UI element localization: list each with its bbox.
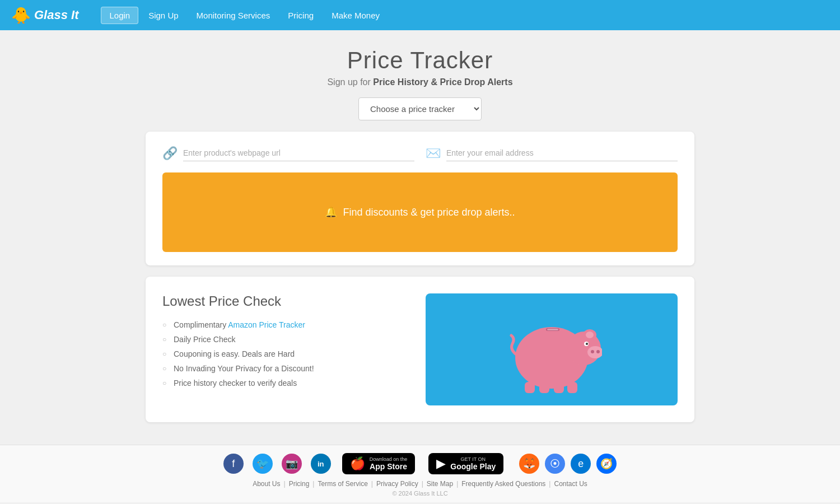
footer-social-row: f 🐦 📷 in 🍎 Download on the App Store ▶ G…	[11, 453, 829, 474]
page-title: Price Tracker	[146, 47, 694, 74]
url-field: 🔗	[162, 145, 414, 161]
bell-icon: 🔔	[325, 206, 337, 218]
feature-item-2: Daily Price Check	[162, 335, 414, 344]
chrome-icon[interactable]: ⦿	[545, 454, 565, 474]
google-play-name: Google Play	[450, 462, 496, 471]
app-store-sub: Download on the	[370, 456, 408, 462]
nav-link-signup[interactable]: Sign Up	[141, 7, 186, 24]
twitter-icon[interactable]: 🐦	[253, 454, 273, 474]
navbar: 🐥 Glass It LoginSign UpMonitoring Servic…	[0, 0, 840, 30]
footer-link-privacy[interactable]: Privacy Policy	[373, 480, 422, 488]
google-play-button[interactable]: ▶ GET IT ON Google Play	[428, 453, 503, 474]
features-right-image	[426, 293, 678, 405]
url-input[interactable]	[183, 145, 414, 161]
svg-rect-10	[525, 382, 535, 393]
logo[interactable]: 🐥 Glass It	[11, 6, 78, 25]
footer-link-sitemap[interactable]: Site Map	[423, 480, 456, 488]
features-list: Complimentary Amazon Price Tracker Daily…	[162, 320, 414, 388]
email-icon: ✉️	[426, 146, 441, 161]
feature-item-3: Couponing is easy. Deals are Hard	[162, 349, 414, 358]
email-input[interactable]	[446, 145, 678, 161]
form-section: 🔗 ✉️ 🔔 Find discounts & get price drop a…	[146, 132, 694, 265]
footer-links: About Us| Pricing| Terms of Service| Pri…	[11, 480, 829, 488]
nav-link-login[interactable]: Login	[101, 7, 138, 24]
apple-icon: 🍎	[350, 456, 365, 471]
main-content: Price Tracker Sign up for Price History …	[134, 30, 706, 445]
email-field: ✉️	[426, 145, 678, 161]
footer-copyright: © 2024 Glass It LLC	[11, 490, 829, 497]
logo-text: Glass It	[34, 8, 78, 22]
orange-banner: 🔔 Find discounts & get price drop alerts…	[162, 172, 678, 252]
subtitle-bold: Price History & Price Drop Alerts	[373, 77, 512, 87]
hero-section: Price Tracker Sign up for Price History …	[146, 47, 694, 120]
firefox-icon[interactable]: 🦊	[519, 454, 539, 474]
instagram-icon[interactable]: 📷	[282, 454, 302, 474]
subtitle-start: Sign up for	[327, 77, 373, 87]
footer-link-terms[interactable]: Terms of Service	[314, 480, 371, 488]
edge-icon[interactable]: e	[571, 454, 591, 474]
facebook-icon[interactable]: f	[223, 454, 244, 474]
browser-icons: 🦊 ⦿ e 🧭	[519, 454, 617, 474]
link-icon: 🔗	[162, 146, 178, 161]
features-section: Lowest Price Check Complimentary Amazon …	[146, 277, 694, 422]
feature-item-1: Complimentary Amazon Price Tracker	[162, 320, 414, 329]
nav-link-monitoring[interactable]: Monitoring Services	[189, 7, 278, 24]
app-store-name: App Store	[370, 462, 408, 471]
svg-rect-14	[547, 329, 558, 330]
safari-icon[interactable]: 🧭	[596, 454, 617, 474]
svg-point-3	[586, 332, 594, 338]
piggy-bank-illustration	[501, 305, 602, 394]
footer: f 🐦 📷 in 🍎 Download on the App Store ▶ G…	[0, 445, 840, 502]
footer-link-pricing[interactable]: Pricing	[286, 480, 313, 488]
feature-item-4: No Invading Your Privacy for a Discount!	[162, 364, 414, 373]
svg-point-6	[596, 350, 600, 353]
nav-link-make-money[interactable]: Make Money	[324, 7, 388, 24]
features-left: Lowest Price Check Complimentary Amazon …	[162, 293, 426, 405]
svg-point-8	[586, 343, 588, 345]
app-store-button[interactable]: 🍎 Download on the App Store	[342, 453, 416, 474]
banner-text: 🔔 Find discounts & get price drop alerts…	[174, 206, 666, 218]
svg-rect-13	[567, 382, 577, 393]
footer-link-contact[interactable]: Contact Us	[550, 480, 590, 488]
svg-rect-12	[554, 383, 564, 393]
svg-point-5	[591, 350, 594, 353]
linkedin-icon[interactable]: in	[311, 454, 331, 474]
hero-subtitle: Sign up for Price History & Price Drop A…	[146, 77, 694, 87]
nav-links: LoginSign UpMonitoring ServicesPricingMa…	[101, 7, 388, 24]
footer-link-about[interactable]: About Us	[249, 480, 283, 488]
features-title: Lowest Price Check	[162, 293, 414, 309]
duck-icon: 🐥	[11, 6, 31, 25]
nav-link-pricing[interactable]: Pricing	[280, 7, 321, 24]
feature-item-5: Price history checker to verify deals	[162, 379, 414, 388]
svg-rect-11	[539, 383, 549, 393]
price-tracker-select[interactable]: Choose a price tracker Amazon eBay Walma…	[358, 97, 482, 120]
form-row: 🔗 ✉️	[162, 145, 678, 161]
amazon-tracker-link[interactable]: Amazon Price Tracker	[228, 320, 305, 329]
google-play-icon: ▶	[436, 456, 446, 471]
footer-link-faq[interactable]: Frequently Asked Questions	[458, 480, 549, 488]
google-play-sub: GET IT ON	[450, 456, 496, 462]
banner-message: Find discounts & get price drop alerts..	[343, 207, 515, 218]
